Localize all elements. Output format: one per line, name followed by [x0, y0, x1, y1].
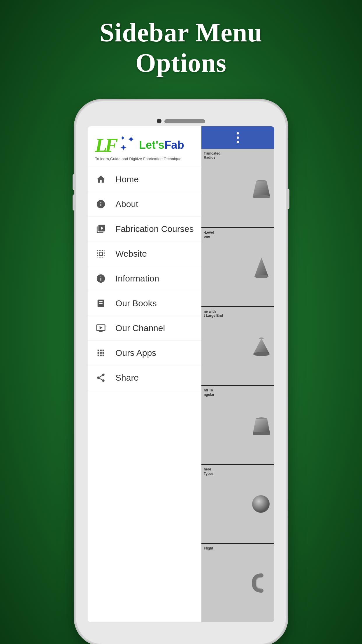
- sidebar-item-ours-apps[interactable]: Ours Apps: [88, 341, 201, 365]
- sidebar-item-our-channel[interactable]: Our Channel: [88, 316, 201, 341]
- overflow-menu-icon[interactable]: [237, 132, 239, 143]
- power-button: [287, 189, 289, 209]
- apps-icon: [95, 347, 107, 359]
- shape-cone-large-end: [251, 336, 272, 356]
- card-level-cone[interactable]: -Levelone: [201, 228, 274, 307]
- shape-truncated-cone: [251, 178, 272, 198]
- volume-up-button: [73, 174, 75, 190]
- shape-sphere: [251, 494, 271, 514]
- sidebar-item-about-label: About: [115, 199, 138, 209]
- star-top-right: ✦: [127, 135, 135, 144]
- info2-icon: [95, 273, 107, 284]
- logo-text-block: Let'sFab: [138, 139, 184, 151]
- shape-elbow: [251, 573, 272, 593]
- home-icon: [95, 174, 107, 185]
- sidebar-item-share[interactable]: Share: [88, 365, 201, 390]
- phone-shell: L F ✦ ✦ ✦ Let'sFab: [76, 101, 286, 644]
- card-label-4: nd Tongular: [204, 388, 215, 397]
- website-icon: [95, 248, 107, 260]
- sidebar-item-our-books[interactable]: Our Books: [88, 291, 201, 316]
- logo-letter-f: F: [105, 135, 118, 155]
- card-round-to-rect[interactable]: nd Tongular: [201, 386, 274, 465]
- sidebar-item-about[interactable]: About: [88, 192, 201, 217]
- logo-tagline: To learn,Guide and Digitize Fabrication …: [95, 157, 194, 161]
- brand-name: Let'sFab: [139, 139, 184, 151]
- svg-marker-5: [253, 338, 270, 354]
- sidebar-item-fabrication-courses-label: Fabrication Courses: [115, 224, 194, 234]
- shape-round-rect: [251, 415, 272, 435]
- card-label-2: -Levelone: [204, 230, 214, 239]
- sidebar-item-website-label: Website: [115, 249, 147, 259]
- svg-point-11: [252, 495, 270, 513]
- share-icon: [95, 372, 107, 384]
- phone-top-bar: [76, 101, 286, 126]
- sidebar-logo-area: L F ✦ ✦ ✦ Let'sFab: [88, 126, 201, 167]
- channel-icon: [95, 322, 107, 334]
- card-label-3: ne witht Large End: [204, 309, 223, 318]
- content-panel: TruncatedRadius: [201, 126, 274, 622]
- shape-level-cone: [251, 256, 272, 278]
- card-label-6: Flight: [204, 546, 213, 550]
- sidebar-item-our-channel-label: Our Channel: [115, 323, 165, 333]
- svg-rect-10: [253, 432, 270, 435]
- sidebar-menu: Home About: [88, 167, 201, 622]
- sidebar-item-information-label: Information: [115, 274, 159, 284]
- star-top-left: ✦: [120, 135, 127, 144]
- star-bottom-left: ✦: [120, 144, 127, 152]
- logo-lf-letters: L F: [95, 135, 118, 155]
- topbar: [201, 126, 274, 149]
- speaker: [164, 119, 205, 123]
- sidebar-item-fabrication-courses[interactable]: Fabrication Courses: [88, 217, 201, 242]
- svg-point-7: [259, 337, 264, 339]
- sidebar-item-share-label: Share: [115, 373, 139, 383]
- svg-point-6: [253, 352, 270, 356]
- sidebar-item-our-books-label: Our Books: [115, 298, 157, 308]
- info-icon: [95, 198, 107, 210]
- svg-marker-1: [253, 181, 270, 197]
- sidebar: L F ✦ ✦ ✦ Let'sFab: [88, 126, 201, 622]
- card-truncated-radius[interactable]: TruncatedRadius: [201, 149, 274, 228]
- books-icon: [95, 298, 107, 309]
- card-flight[interactable]: Flight: [201, 544, 274, 622]
- sidebar-item-home[interactable]: Home: [88, 167, 201, 192]
- page-title: Sidebar Menu Options: [100, 18, 262, 78]
- phone-screen: L F ✦ ✦ ✦ Let'sFab: [88, 126, 274, 622]
- front-camera: [157, 119, 161, 123]
- content-cards: TruncatedRadius: [201, 149, 274, 622]
- volume-down-button: [73, 195, 75, 211]
- card-sphere-types[interactable]: hereTypes: [201, 465, 274, 544]
- sidebar-item-home-label: Home: [115, 174, 139, 184]
- sidebar-item-information[interactable]: Information: [88, 266, 201, 291]
- logo-row: L F ✦ ✦ ✦ Let'sFab: [95, 135, 194, 155]
- card-label-1: TruncatedRadius: [204, 151, 220, 160]
- sidebar-item-website[interactable]: Website: [88, 242, 201, 266]
- card-cone-large-end[interactable]: ne witht Large End: [201, 307, 274, 386]
- courses-icon: [95, 223, 107, 235]
- sidebar-item-ours-apps-label: Ours Apps: [115, 348, 156, 358]
- svg-marker-3: [254, 258, 268, 276]
- card-label-5: hereTypes: [204, 467, 214, 476]
- svg-marker-9: [253, 419, 270, 433]
- logo-stars: ✦ ✦ ✦: [120, 135, 135, 152]
